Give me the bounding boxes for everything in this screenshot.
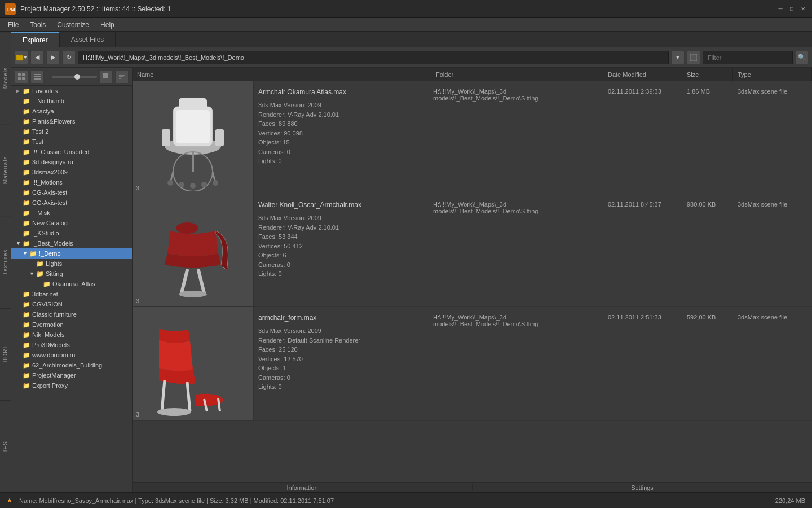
- tree-item[interactable]: 📁 Lights: [11, 259, 132, 269]
- forward-button[interactable]: ▶: [46, 51, 60, 64]
- tree-item[interactable]: 📁 CGVISION: [11, 299, 132, 309]
- column-header-name[interactable]: Name: [133, 68, 431, 81]
- file-row[interactable]: 3 Armchair Okamura Atlas.max 3ds Max Ver…: [133, 81, 812, 194]
- folder-icon: 📁: [23, 372, 30, 379]
- file-type: 3dsMax scene file: [733, 307, 812, 420]
- sort-button[interactable]: [115, 70, 129, 84]
- folder-icon: 📁: [23, 291, 30, 298]
- tree-item[interactable]: 📁 Export Proxy: [11, 380, 132, 391]
- svg-line-38: [187, 382, 190, 411]
- tree-item[interactable]: 📁 62_Archimodels_Building: [11, 360, 132, 370]
- address-bar[interactable]: [78, 51, 669, 64]
- tree-item[interactable]: ▼ 📁 !_Demo: [11, 248, 132, 259]
- column-header-type[interactable]: Type: [733, 68, 812, 81]
- tree-item[interactable]: 📁 CG-Axis-test: [11, 187, 132, 198]
- tree-item[interactable]: ▶ 📁 Favorites: [11, 86, 132, 96]
- search-input[interactable]: [703, 51, 793, 64]
- total-size: 220,24 MB: [775, 497, 805, 504]
- tree-item[interactable]: 📁 Nik_Models: [11, 330, 132, 340]
- zoom-slider[interactable]: [52, 76, 97, 78]
- tree-item[interactable]: 📁 Test 2: [11, 126, 132, 137]
- folder-icon: 📁: [23, 382, 30, 389]
- file-thumbnail: 3: [133, 194, 254, 306]
- tree-item[interactable]: 📁 !!!_Classic_Unsorted: [11, 147, 132, 157]
- folder-icon: 📁: [36, 260, 44, 268]
- tree-item-label: !!!_Motions: [32, 179, 63, 186]
- thumbnail-view-button[interactable]: [15, 70, 28, 84]
- tree-item[interactable]: 📁 Classic furniture: [11, 309, 132, 319]
- star-icon[interactable]: ★: [7, 497, 12, 504]
- tab-explorer[interactable]: Explorer: [11, 32, 60, 47]
- side-label-materials[interactable]: Materials: [0, 124, 11, 216]
- svg-point-36: [176, 222, 198, 234]
- tree-item[interactable]: 📁 New Catalog: [11, 218, 132, 228]
- folder-icon: 📁: [23, 220, 30, 227]
- back-button[interactable]: ◀: [30, 51, 44, 64]
- tree-item[interactable]: 📁 www.doroom.ru: [11, 350, 132, 360]
- address-dropdown-button[interactable]: ▾: [671, 51, 685, 64]
- file-row[interactable]: 3 armchair_form.max 3ds Max Version: 200…: [133, 307, 812, 421]
- column-header-size[interactable]: Size: [682, 68, 733, 81]
- side-labels: Models Materials Textures HDRI IES: [0, 32, 11, 492]
- tree-item-label: CG-Axis-test: [32, 189, 67, 196]
- tree-item-label: !!!_Classic_Unsorted: [32, 148, 90, 155]
- tab-asset-files[interactable]: Asset Files: [60, 32, 116, 47]
- side-label-ies[interactable]: IES: [0, 400, 11, 492]
- refresh-button[interactable]: ↻: [62, 51, 76, 64]
- tree-item[interactable]: 📁 ProjectManager: [11, 370, 132, 380]
- tree-item[interactable]: 📁 !_Misk: [11, 208, 132, 218]
- tree-item[interactable]: 📁 3d-designya.ru: [11, 157, 132, 167]
- tree-item[interactable]: 📁 Evermotion: [11, 319, 132, 330]
- folder-icon: 📁: [23, 148, 30, 156]
- tree-item[interactable]: 📁 Test: [11, 137, 132, 147]
- tree-item[interactable]: 📁 !_No thumb: [11, 96, 132, 106]
- information-button[interactable]: Information: [133, 484, 473, 491]
- side-label-hdri[interactable]: HDRI: [0, 308, 11, 400]
- tree-item[interactable]: 📁 Acaciya: [11, 106, 132, 116]
- maximize-button[interactable]: □: [787, 5, 796, 14]
- search-button[interactable]: 🔍: [795, 51, 809, 64]
- close-button[interactable]: ✕: [798, 5, 807, 14]
- column-header-date[interactable]: Date Modified: [603, 68, 682, 81]
- side-label-textures[interactable]: Textures: [0, 216, 11, 308]
- svg-rect-14: [105, 73, 108, 76]
- file-row[interactable]: 3 Walter Knoll_Oscar_Armchair.max 3ds Ma…: [133, 194, 812, 307]
- browse-button[interactable]: [687, 51, 700, 64]
- menu-customize[interactable]: Customize: [51, 20, 95, 30]
- tree-item[interactable]: 📁 !!!_Motions: [11, 177, 132, 187]
- tree-item-label: www.doroom.ru: [32, 352, 75, 358]
- svg-point-34: [190, 183, 196, 189]
- menu-tools[interactable]: Tools: [24, 20, 51, 30]
- column-header-folder[interactable]: Folder: [431, 68, 603, 81]
- tree-item-label: Test: [32, 138, 43, 145]
- folder-icon: 📁: [23, 311, 30, 318]
- file-date: 02.11.2011 2:39:33: [603, 81, 682, 194]
- folder-icon: 📁: [23, 301, 30, 308]
- file-size: 1,86 MB: [682, 81, 733, 194]
- folder-dropdown-button[interactable]: ▾: [15, 51, 28, 64]
- file-size: 980,00 KB: [682, 194, 733, 306]
- file-list-panel: Name Folder Date Modified Size Type: [133, 68, 812, 492]
- tree-item[interactable]: 📁 !_KStudio: [11, 228, 132, 238]
- tree-item[interactable]: 📁 3dsmax2009: [11, 167, 132, 177]
- menu-help[interactable]: Help: [95, 20, 120, 30]
- tree-item[interactable]: 📁 CG-Axis-test: [11, 198, 132, 208]
- tree-item[interactable]: ▼ 📁 Sitting: [11, 269, 132, 279]
- folder-icon: 📁: [23, 98, 30, 105]
- menu-file[interactable]: File: [2, 20, 24, 30]
- side-label-models[interactable]: Models: [0, 32, 11, 124]
- tree-item[interactable]: 📁 3dbar.net: [11, 289, 132, 299]
- tree-item[interactable]: 📁 Pro3DModels: [11, 340, 132, 350]
- status-text: Name: Mobilfresno_Savoy_Armchair.max | T…: [19, 497, 334, 504]
- svg-rect-8: [18, 77, 21, 80]
- list-view-button[interactable]: [30, 70, 44, 84]
- tree-item[interactable]: 📁 Okamura_Atlas: [11, 279, 132, 289]
- file-info: Armchair Okamura Atlas.max 3ds Max Versi…: [254, 81, 429, 194]
- minimize-button[interactable]: ─: [776, 5, 785, 14]
- tree-item[interactable]: 📁 Plants&Flowers: [11, 116, 132, 126]
- grid-view-button[interactable]: [99, 70, 113, 84]
- settings-button[interactable]: Settings: [473, 484, 812, 491]
- tree-item[interactable]: ▼ 📁 !_Best_Models: [11, 238, 132, 248]
- file-info: Walter Knoll_Oscar_Armchair.max 3ds Max …: [254, 194, 429, 306]
- tree-item-label: Lights: [46, 260, 62, 267]
